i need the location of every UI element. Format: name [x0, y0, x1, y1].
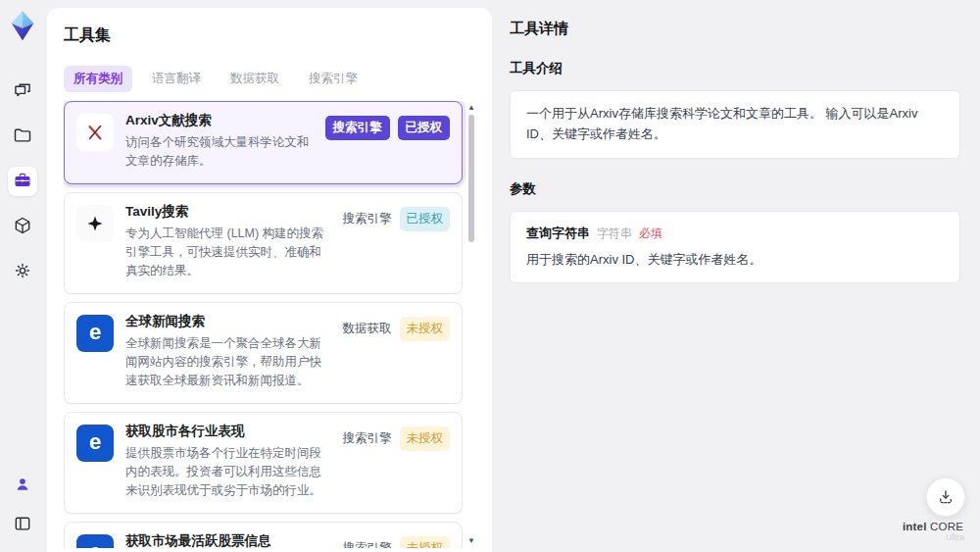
tools-panel: 工具集 所有类别语言翻译数据获取搜索引擎 Arxiv文献搜索 访问各个研究领域大…: [47, 8, 492, 552]
auth-status-badge: 未授权: [400, 317, 451, 341]
params-heading: 参数: [510, 180, 960, 198]
param-description: 用于搜索的Arxiv ID、关键字或作者姓名。: [526, 250, 944, 271]
news-logo-icon: e: [76, 425, 114, 462]
tool-name: Arxiv文献搜索: [125, 112, 314, 130]
param-name: 查询字符串: [526, 225, 590, 242]
scrollbar-thumb[interactable]: [468, 115, 474, 242]
tool-description: 访问各个研究领域大量科学论文和文章的存储库。: [125, 133, 314, 172]
tool-card[interactable]: Tavily搜索 专为人工智能代理 (LLM) 构建的搜索引擎工具，可快速提供实…: [64, 192, 463, 294]
sidebar-item-models[interactable]: [8, 212, 37, 241]
avatar-icon: [13, 475, 32, 494]
tool-name: 全球新闻搜索: [125, 313, 331, 331]
tool-description: 专为人工智能代理 (LLM) 构建的搜索引擎工具，可快速提供实时、准确和真实的结…: [125, 225, 331, 281]
category-badge: 搜索引擎: [343, 430, 392, 447]
intro-box: 一个用于从Arxiv存储库搜索科学论文和文章的工具。 输入可以是Arxiv ID…: [510, 90, 960, 159]
app-logo: [8, 10, 37, 41]
tool-name: Tavily搜索: [125, 203, 331, 222]
tool-name: 获取市场最活跃股票信息: [125, 532, 331, 548]
sidebar-item-files[interactable]: [8, 122, 37, 151]
tool-card[interactable]: e 全球新闻搜索 全球新闻搜索是一个聚合全球各大新闻网站内容的搜索引擎，帮助用户…: [64, 302, 463, 404]
intro-heading: 工具介绍: [510, 60, 960, 77]
panel-toggle-icon: [13, 514, 32, 533]
scroll-up-arrow[interactable]: ▲: [466, 103, 476, 113]
category-tab-3[interactable]: 搜索引擎: [299, 66, 368, 92]
param-box: 查询字符串 字符串 必填 用于搜索的Arxiv ID、关键字或作者姓名。: [510, 211, 960, 284]
panel-toggle-button[interactable]: [8, 509, 37, 538]
list-scrollbar[interactable]: ▲▼: [466, 103, 476, 546]
category-badge: 数据获取: [343, 321, 392, 337]
tool-details-panel: 工具详情 工具介绍 一个用于从Arxiv存储库搜索科学论文和文章的工具。 输入可…: [492, 0, 980, 552]
auth-status-badge: 已授权: [400, 207, 451, 231]
category-tab-0[interactable]: 所有类别: [64, 66, 132, 92]
gear-icon: [13, 261, 32, 283]
tool-description: 全球新闻搜索是一个聚合全球各大新闻网站内容的搜索引擎，帮助用户快速获取全球最新资…: [125, 334, 331, 391]
folder-icon: [13, 125, 32, 148]
details-title: 工具详情: [510, 20, 960, 38]
app-sidebar: [0, 0, 45, 552]
category-tab-1[interactable]: 语言翻译: [142, 66, 211, 92]
auth-status-badge: 未授权: [400, 536, 451, 548]
tavily-star-icon: [76, 205, 114, 242]
sidebar-item-tools[interactable]: [8, 167, 37, 196]
tool-card[interactable]: e 获取市场最活跃股票信息 提供当天交易量最高的股票列表。投资者可以利用这些信息…: [64, 522, 463, 548]
sidebar-item-settings[interactable]: [8, 257, 37, 286]
tool-name: 获取股市各行业表现: [125, 423, 331, 441]
download-button[interactable]: [926, 477, 965, 517]
tool-list: Arxiv文献搜索 访问各个研究领域大量科学论文和文章的存储库。 搜索引擎 已授…: [64, 101, 476, 548]
news-logo-icon: e: [76, 534, 114, 548]
auth-status-badge: 未授权: [400, 427, 451, 451]
news-logo-icon: e: [76, 315, 114, 352]
download-icon: [937, 488, 955, 506]
auth-status-badge: 已授权: [398, 116, 451, 140]
briefcase-icon: [13, 171, 32, 193]
cube-icon: [13, 216, 32, 238]
category-tabs: 所有类别语言翻译数据获取搜索引擎: [64, 66, 476, 92]
scroll-down-arrow[interactable]: ▼: [466, 536, 476, 546]
tool-description: 提供股票市场各个行业在特定时间段内的表现。投资者可以利用这些信息来识别表现优于或…: [125, 444, 331, 501]
tool-card[interactable]: Arxiv文献搜索 访问各个研究领域大量科学论文和文章的存储库。 搜索引擎 已授…: [64, 101, 463, 184]
page-title: 工具集: [64, 25, 476, 46]
category-badge: 搜索引擎: [343, 540, 392, 548]
intro-text: 一个用于从Arxiv存储库搜索科学论文和文章的工具。 输入可以是Arxiv ID…: [526, 104, 944, 145]
category-tab-2[interactable]: 数据获取: [220, 66, 289, 92]
param-required-badge: 必填: [639, 226, 662, 242]
category-badge: 搜索引擎: [343, 211, 392, 227]
chat-icon: [13, 80, 32, 103]
param-type: 字符串: [597, 226, 632, 242]
avatar[interactable]: [8, 470, 37, 499]
arxiv-logo-icon: [76, 114, 114, 151]
tool-card[interactable]: e 获取股市各行业表现 提供股票市场各个行业在特定时间段内的表现。投资者可以利用…: [64, 412, 463, 514]
sidebar-item-chat[interactable]: [8, 76, 37, 106]
category-badge: 搜索引擎: [325, 116, 390, 140]
intel-core-logo: intel CORE Ultra: [898, 521, 968, 543]
